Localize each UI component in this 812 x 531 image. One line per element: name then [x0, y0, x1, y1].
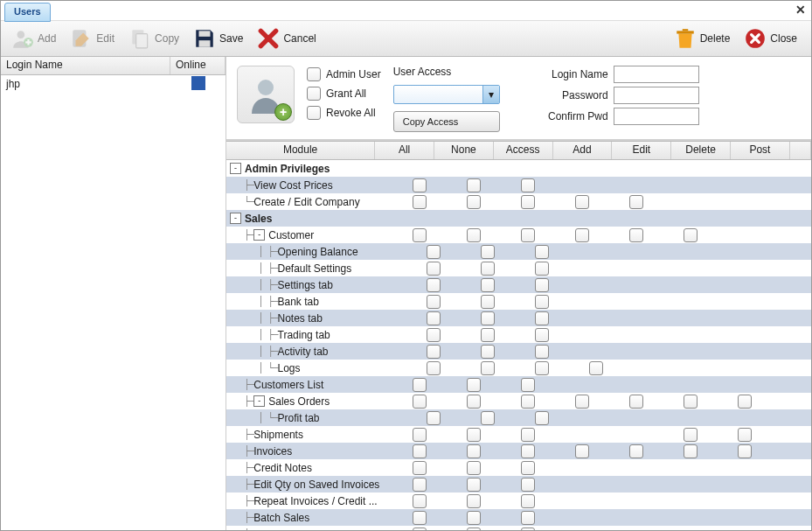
- perm-row[interactable]: ├─ Customers List: [226, 376, 811, 393]
- perm-row[interactable]: ├─ -Sales Orders: [226, 393, 811, 409]
- perm-none-checkbox[interactable]: [481, 411, 495, 425]
- col-add[interactable]: Add: [553, 142, 613, 159]
- perm-row[interactable]: ├─ Credit Notes: [226, 459, 811, 476]
- perm-add-checkbox[interactable]: [575, 195, 589, 209]
- perm-edit-checkbox[interactable]: [629, 395, 643, 409]
- perm-post-checkbox[interactable]: [738, 395, 752, 409]
- perm-post-checkbox[interactable]: [738, 444, 752, 458]
- user-access-combo[interactable]: ▾: [393, 85, 500, 104]
- perm-access-checkbox[interactable]: [535, 311, 549, 325]
- perm-none-checkbox[interactable]: [467, 378, 481, 392]
- perm-access-checkbox[interactable]: [535, 295, 549, 309]
- perm-access-checkbox[interactable]: [521, 228, 535, 242]
- perm-post-checkbox[interactable]: [738, 428, 752, 442]
- perm-all-checkbox[interactable]: [413, 395, 427, 409]
- perm-all-checkbox[interactable]: [413, 494, 427, 508]
- perm-access-checkbox[interactable]: [521, 428, 535, 442]
- perm-all-checkbox[interactable]: [427, 345, 441, 359]
- perm-none-checkbox[interactable]: [467, 395, 481, 409]
- perm-row[interactable]: │ ├─ Trading tab: [226, 326, 811, 343]
- perm-access-checkbox[interactable]: [535, 345, 549, 359]
- copy-button[interactable]: Copy: [123, 25, 184, 52]
- col-none[interactable]: None: [434, 142, 494, 159]
- expand-toggle[interactable]: -: [253, 229, 265, 241]
- perm-row[interactable]: ├─ View Cost Prices: [226, 177, 811, 193]
- perm-access-checkbox[interactable]: [521, 511, 535, 525]
- perm-all-checkbox[interactable]: [413, 528, 427, 532]
- perm-access-checkbox[interactable]: [521, 178, 535, 192]
- perm-edit-checkbox[interactable]: [629, 444, 643, 458]
- perm-row[interactable]: ├─ Shipments: [226, 426, 811, 443]
- perm-access-checkbox[interactable]: [535, 262, 549, 276]
- perm-access-checkbox[interactable]: [535, 278, 549, 292]
- perm-row[interactable]: ├─ -Customer: [226, 227, 811, 243]
- perm-none-checkbox[interactable]: [467, 511, 481, 525]
- perm-access-checkbox[interactable]: [521, 528, 535, 532]
- perm-access-checkbox[interactable]: [521, 461, 535, 475]
- perm-all-checkbox[interactable]: [427, 278, 441, 292]
- admin-user-checkbox[interactable]: [307, 67, 321, 81]
- delete-button[interactable]: Delete: [669, 25, 736, 52]
- perm-none-checkbox[interactable]: [481, 311, 495, 325]
- perm-row[interactable]: │ ├─ Default Settings: [226, 260, 811, 276]
- perm-access-checkbox[interactable]: [535, 245, 549, 259]
- login-name-input[interactable]: [614, 66, 699, 83]
- copy-access-button[interactable]: Copy Access: [393, 111, 500, 132]
- perm-none-checkbox[interactable]: [481, 245, 495, 259]
- perm-all-checkbox[interactable]: [427, 311, 441, 325]
- perm-row[interactable]: ├─ Batch Credits: [226, 526, 811, 531]
- perm-all-checkbox[interactable]: [413, 178, 427, 192]
- save-button[interactable]: Save: [188, 25, 248, 52]
- perm-edit-checkbox[interactable]: [629, 228, 643, 242]
- col-module[interactable]: Module: [226, 142, 375, 159]
- expand-toggle[interactable]: -: [230, 213, 241, 224]
- expand-toggle[interactable]: -: [253, 395, 265, 407]
- perm-row[interactable]: │ └─ Logs: [226, 360, 811, 376]
- confirm-pwd-input[interactable]: [614, 108, 699, 125]
- perm-none-checkbox[interactable]: [467, 461, 481, 475]
- perm-all-checkbox[interactable]: [427, 262, 441, 276]
- perm-access-checkbox[interactable]: [521, 444, 535, 458]
- expand-toggle[interactable]: -: [230, 163, 241, 174]
- perm-all-checkbox[interactable]: [413, 478, 427, 492]
- perm-all-checkbox[interactable]: [413, 444, 427, 458]
- perm-all-checkbox[interactable]: [413, 378, 427, 392]
- window-close-icon[interactable]: ✕: [795, 3, 806, 17]
- perm-delete-checkbox[interactable]: [684, 395, 697, 409]
- perm-access-checkbox[interactable]: [535, 328, 549, 342]
- col-login-name[interactable]: Login Name: [1, 57, 170, 74]
- perm-all-checkbox[interactable]: [427, 295, 441, 309]
- perm-all-checkbox[interactable]: [427, 411, 441, 425]
- perm-none-checkbox[interactable]: [481, 262, 495, 276]
- col-post[interactable]: Post: [731, 142, 790, 159]
- perm-row[interactable]: │ ├─ Opening Balance: [226, 243, 811, 260]
- perm-none-checkbox[interactable]: [467, 428, 481, 442]
- perm-delete-checkbox[interactable]: [684, 444, 697, 458]
- perm-all-checkbox[interactable]: [427, 328, 441, 342]
- perm-access-checkbox[interactable]: [535, 411, 549, 425]
- perm-all-checkbox[interactable]: [413, 428, 427, 442]
- perm-row[interactable]: │ ├─ Bank tab: [226, 293, 811, 310]
- perm-none-checkbox[interactable]: [481, 278, 495, 292]
- perm-access-checkbox[interactable]: [521, 494, 535, 508]
- perm-all-checkbox[interactable]: [413, 461, 427, 475]
- perm-none-checkbox[interactable]: [467, 178, 481, 192]
- perm-none-checkbox[interactable]: [467, 444, 481, 458]
- perm-delete-checkbox[interactable]: [684, 228, 697, 242]
- avatar[interactable]: +: [237, 66, 295, 123]
- perm-edit-checkbox[interactable]: [629, 195, 643, 209]
- perm-row[interactable]: │ ├─ Notes tab: [226, 310, 811, 326]
- perm-all-checkbox[interactable]: [427, 361, 441, 375]
- perm-all-checkbox[interactable]: [413, 511, 427, 525]
- perm-row[interactable]: ├─ Repeat Invoices / Credit ...: [226, 493, 811, 509]
- perm-none-checkbox[interactable]: [467, 478, 481, 492]
- perm-add-checkbox[interactable]: [575, 395, 589, 409]
- perm-row[interactable]: │ ├─ Settings tab: [226, 276, 811, 293]
- perm-none-checkbox[interactable]: [467, 494, 481, 508]
- perm-row[interactable]: │ ├─ Activity tab: [226, 343, 811, 360]
- perm-all-checkbox[interactable]: [413, 195, 427, 209]
- col-all[interactable]: All: [375, 142, 434, 159]
- perm-add-checkbox[interactable]: [575, 444, 589, 458]
- perm-none-checkbox[interactable]: [481, 295, 495, 309]
- cancel-button[interactable]: Cancel: [252, 25, 321, 52]
